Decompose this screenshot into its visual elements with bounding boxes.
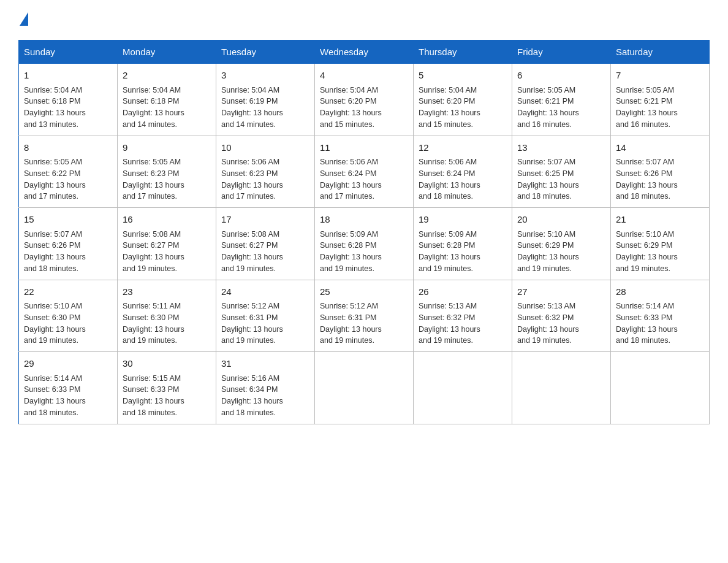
day-number: 21 (616, 213, 704, 227)
day-number: 24 (221, 285, 309, 299)
day-info: Sunrise: 5:13 AMSunset: 6:32 PMDaylight:… (419, 301, 507, 347)
day-info: Sunrise: 5:07 AMSunset: 6:26 PMDaylight:… (616, 156, 704, 202)
day-info: Sunrise: 5:06 AMSunset: 6:24 PMDaylight:… (320, 156, 408, 202)
calendar-day-cell: 15Sunrise: 5:07 AMSunset: 6:26 PMDayligh… (19, 208, 118, 280)
calendar-day-cell: 23Sunrise: 5:11 AMSunset: 6:30 PMDayligh… (118, 280, 216, 352)
day-info: Sunrise: 5:05 AMSunset: 6:23 PMDaylight:… (123, 156, 211, 202)
day-number: 26 (419, 285, 507, 299)
day-info: Sunrise: 5:05 AMSunset: 6:21 PMDaylight:… (517, 85, 605, 131)
calendar-day-cell: 21Sunrise: 5:10 AMSunset: 6:29 PMDayligh… (611, 208, 710, 280)
weekday-header-wednesday: Wednesday (315, 40, 414, 64)
day-number: 22 (24, 285, 112, 299)
logo (18, 12, 28, 28)
day-info: Sunrise: 5:14 AMSunset: 6:33 PMDaylight:… (24, 373, 112, 419)
calendar-week-row: 29Sunrise: 5:14 AMSunset: 6:33 PMDayligh… (19, 352, 710, 424)
calendar-week-row: 8Sunrise: 5:05 AMSunset: 6:22 PMDaylight… (19, 136, 710, 208)
calendar-day-cell: 30Sunrise: 5:15 AMSunset: 6:33 PMDayligh… (118, 352, 216, 424)
day-number: 14 (616, 141, 704, 155)
calendar-day-cell: 28Sunrise: 5:14 AMSunset: 6:33 PMDayligh… (611, 280, 710, 352)
calendar-day-cell: 14Sunrise: 5:07 AMSunset: 6:26 PMDayligh… (611, 136, 710, 208)
calendar-day-cell: 26Sunrise: 5:13 AMSunset: 6:32 PMDayligh… (414, 280, 512, 352)
calendar-day-cell: 12Sunrise: 5:06 AMSunset: 6:24 PMDayligh… (414, 136, 512, 208)
day-info: Sunrise: 5:09 AMSunset: 6:28 PMDaylight:… (419, 229, 507, 275)
day-number: 16 (123, 213, 211, 227)
calendar-day-cell: 4Sunrise: 5:04 AMSunset: 6:20 PMDaylight… (315, 64, 414, 136)
day-info: Sunrise: 5:04 AMSunset: 6:18 PMDaylight:… (24, 85, 112, 131)
day-info: Sunrise: 5:07 AMSunset: 6:26 PMDaylight:… (24, 229, 112, 275)
weekday-header-thursday: Thursday (414, 40, 512, 64)
weekday-header-friday: Friday (512, 40, 611, 64)
day-info: Sunrise: 5:05 AMSunset: 6:21 PMDaylight:… (616, 85, 704, 131)
weekday-header-tuesday: Tuesday (216, 40, 315, 64)
day-info: Sunrise: 5:07 AMSunset: 6:25 PMDaylight:… (517, 156, 605, 202)
day-info: Sunrise: 5:15 AMSunset: 6:33 PMDaylight:… (123, 373, 211, 419)
day-info: Sunrise: 5:10 AMSunset: 6:29 PMDaylight:… (616, 229, 704, 275)
day-number: 10 (221, 141, 309, 155)
day-info: Sunrise: 5:14 AMSunset: 6:33 PMDaylight:… (616, 301, 704, 347)
day-info: Sunrise: 5:09 AMSunset: 6:28 PMDaylight:… (320, 229, 408, 275)
calendar-week-row: 1Sunrise: 5:04 AMSunset: 6:18 PMDaylight… (19, 64, 710, 136)
calendar-day-cell: 9Sunrise: 5:05 AMSunset: 6:23 PMDaylight… (118, 136, 216, 208)
day-info: Sunrise: 5:06 AMSunset: 6:23 PMDaylight:… (221, 156, 309, 202)
day-info: Sunrise: 5:04 AMSunset: 6:20 PMDaylight:… (419, 85, 507, 131)
day-number: 30 (123, 357, 211, 371)
day-number: 1 (24, 69, 112, 83)
day-number: 3 (221, 69, 309, 83)
calendar-day-cell: 25Sunrise: 5:12 AMSunset: 6:31 PMDayligh… (315, 280, 414, 352)
calendar-day-cell: 1Sunrise: 5:04 AMSunset: 6:18 PMDaylight… (19, 64, 118, 136)
day-number: 25 (320, 285, 408, 299)
day-info: Sunrise: 5:13 AMSunset: 6:32 PMDaylight:… (517, 301, 605, 347)
weekday-header-sunday: Sunday (19, 40, 118, 64)
calendar-day-cell: 16Sunrise: 5:08 AMSunset: 6:27 PMDayligh… (118, 208, 216, 280)
calendar-day-cell: 24Sunrise: 5:12 AMSunset: 6:31 PMDayligh… (216, 280, 315, 352)
calendar-day-cell (414, 352, 512, 424)
weekday-header-row: SundayMondayTuesdayWednesdayThursdayFrid… (19, 40, 710, 64)
day-info: Sunrise: 5:04 AMSunset: 6:19 PMDaylight:… (221, 85, 309, 131)
day-number: 12 (419, 141, 507, 155)
calendar-day-cell: 27Sunrise: 5:13 AMSunset: 6:32 PMDayligh… (512, 280, 611, 352)
day-number: 8 (24, 141, 112, 155)
day-number: 29 (24, 357, 112, 371)
calendar-day-cell: 6Sunrise: 5:05 AMSunset: 6:21 PMDaylight… (512, 64, 611, 136)
calendar-day-cell: 10Sunrise: 5:06 AMSunset: 6:23 PMDayligh… (216, 136, 315, 208)
day-info: Sunrise: 5:08 AMSunset: 6:27 PMDaylight:… (221, 229, 309, 275)
calendar-day-cell: 3Sunrise: 5:04 AMSunset: 6:19 PMDaylight… (216, 64, 315, 136)
calendar-day-cell: 22Sunrise: 5:10 AMSunset: 6:30 PMDayligh… (19, 280, 118, 352)
calendar-day-cell (611, 352, 710, 424)
day-number: 2 (123, 69, 211, 83)
day-number: 18 (320, 213, 408, 227)
day-info: Sunrise: 5:16 AMSunset: 6:34 PMDaylight:… (221, 373, 309, 419)
day-number: 5 (419, 69, 507, 83)
day-number: 4 (320, 69, 408, 83)
day-number: 11 (320, 141, 408, 155)
calendar-day-cell: 7Sunrise: 5:05 AMSunset: 6:21 PMDaylight… (611, 64, 710, 136)
day-number: 6 (517, 69, 605, 83)
day-number: 20 (517, 213, 605, 227)
day-number: 19 (419, 213, 507, 227)
day-info: Sunrise: 5:11 AMSunset: 6:30 PMDaylight:… (123, 301, 211, 347)
day-info: Sunrise: 5:05 AMSunset: 6:22 PMDaylight:… (24, 156, 112, 202)
day-info: Sunrise: 5:10 AMSunset: 6:30 PMDaylight:… (24, 301, 112, 347)
calendar-day-cell: 13Sunrise: 5:07 AMSunset: 6:25 PMDayligh… (512, 136, 611, 208)
day-number: 23 (123, 285, 211, 299)
day-info: Sunrise: 5:04 AMSunset: 6:18 PMDaylight:… (123, 85, 211, 131)
calendar-day-cell: 29Sunrise: 5:14 AMSunset: 6:33 PMDayligh… (19, 352, 118, 424)
calendar-day-cell: 19Sunrise: 5:09 AMSunset: 6:28 PMDayligh… (414, 208, 512, 280)
day-number: 27 (517, 285, 605, 299)
day-info: Sunrise: 5:06 AMSunset: 6:24 PMDaylight:… (419, 156, 507, 202)
calendar-day-cell: 20Sunrise: 5:10 AMSunset: 6:29 PMDayligh… (512, 208, 611, 280)
calendar-day-cell: 17Sunrise: 5:08 AMSunset: 6:27 PMDayligh… (216, 208, 315, 280)
calendar-day-cell: 18Sunrise: 5:09 AMSunset: 6:28 PMDayligh… (315, 208, 414, 280)
page-header (18, 12, 710, 28)
day-info: Sunrise: 5:04 AMSunset: 6:20 PMDaylight:… (320, 85, 408, 131)
day-number: 31 (221, 357, 309, 371)
calendar-day-cell (512, 352, 611, 424)
calendar-day-cell: 5Sunrise: 5:04 AMSunset: 6:20 PMDaylight… (414, 64, 512, 136)
day-number: 9 (123, 141, 211, 155)
day-number: 17 (221, 213, 309, 227)
weekday-header-saturday: Saturday (611, 40, 710, 64)
calendar-week-row: 22Sunrise: 5:10 AMSunset: 6:30 PMDayligh… (19, 280, 710, 352)
day-info: Sunrise: 5:12 AMSunset: 6:31 PMDaylight:… (320, 301, 408, 347)
calendar-day-cell: 2Sunrise: 5:04 AMSunset: 6:18 PMDaylight… (118, 64, 216, 136)
calendar-day-cell (315, 352, 414, 424)
